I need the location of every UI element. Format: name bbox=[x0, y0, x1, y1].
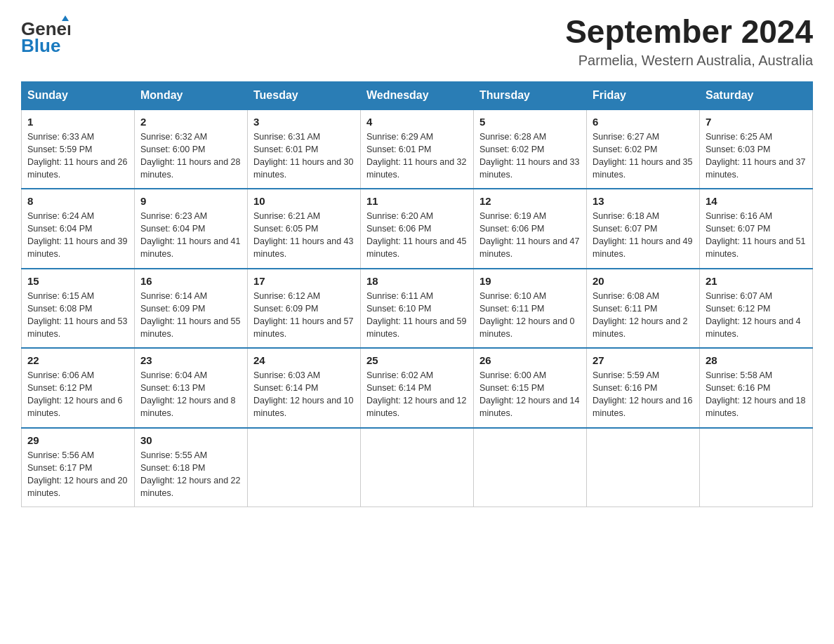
table-cell: 11 Sunrise: 6:20 AMSunset: 6:06 PMDaylig… bbox=[361, 189, 474, 269]
day-info: Sunrise: 5:58 AMSunset: 6:16 PMDaylight:… bbox=[706, 369, 807, 420]
day-info: Sunrise: 6:03 AMSunset: 6:14 PMDaylight:… bbox=[253, 369, 355, 420]
col-saturday: Saturday bbox=[700, 81, 813, 109]
day-number: 4 bbox=[366, 116, 468, 128]
week-row-2: 8 Sunrise: 6:24 AMSunset: 6:04 PMDayligh… bbox=[22, 189, 813, 269]
table-cell: 24 Sunrise: 6:03 AMSunset: 6:14 PMDaylig… bbox=[248, 348, 361, 428]
table-cell: 14 Sunrise: 6:16 AMSunset: 6:07 PMDaylig… bbox=[700, 189, 813, 269]
table-cell: 30 Sunrise: 5:55 AMSunset: 6:18 PMDaylig… bbox=[135, 428, 248, 507]
day-info: Sunrise: 6:32 AMSunset: 6:00 PMDaylight:… bbox=[140, 130, 241, 182]
table-cell: 22 Sunrise: 6:06 AMSunset: 6:12 PMDaylig… bbox=[22, 348, 135, 428]
table-cell: 2 Sunrise: 6:32 AMSunset: 6:00 PMDayligh… bbox=[135, 109, 248, 189]
table-cell: 15 Sunrise: 6:15 AMSunset: 6:08 PMDaylig… bbox=[22, 269, 135, 349]
day-info: Sunrise: 6:02 AMSunset: 6:14 PMDaylight:… bbox=[366, 369, 468, 420]
col-sunday: Sunday bbox=[22, 81, 135, 109]
day-number: 5 bbox=[479, 116, 581, 128]
day-number: 12 bbox=[479, 195, 581, 207]
day-info: Sunrise: 6:23 AMSunset: 6:04 PMDaylight:… bbox=[140, 210, 241, 261]
day-number: 20 bbox=[593, 275, 694, 287]
day-number: 21 bbox=[706, 275, 807, 287]
title-area: September 2024 Parmelia, Western Austral… bbox=[565, 14, 813, 69]
table-cell: 9 Sunrise: 6:23 AMSunset: 6:04 PMDayligh… bbox=[135, 189, 248, 269]
day-number: 1 bbox=[27, 116, 128, 128]
table-cell: 4 Sunrise: 6:29 AMSunset: 6:01 PMDayligh… bbox=[361, 109, 474, 189]
table-cell: 19 Sunrise: 6:10 AMSunset: 6:11 PMDaylig… bbox=[474, 269, 587, 349]
table-cell: 12 Sunrise: 6:19 AMSunset: 6:06 PMDaylig… bbox=[474, 189, 587, 269]
day-info: Sunrise: 6:20 AMSunset: 6:06 PMDaylight:… bbox=[366, 210, 468, 261]
day-number: 8 bbox=[27, 195, 128, 207]
day-info: Sunrise: 6:21 AMSunset: 6:05 PMDaylight:… bbox=[253, 210, 355, 261]
col-thursday: Thursday bbox=[474, 81, 587, 109]
table-cell: 23 Sunrise: 6:04 AMSunset: 6:13 PMDaylig… bbox=[135, 348, 248, 428]
day-number: 9 bbox=[140, 195, 241, 207]
table-cell bbox=[474, 428, 587, 507]
table-cell: 6 Sunrise: 6:27 AMSunset: 6:02 PMDayligh… bbox=[587, 109, 700, 189]
table-cell: 25 Sunrise: 6:02 AMSunset: 6:14 PMDaylig… bbox=[361, 348, 474, 428]
day-info: Sunrise: 6:11 AMSunset: 6:10 PMDaylight:… bbox=[366, 290, 468, 341]
table-cell: 13 Sunrise: 6:18 AMSunset: 6:07 PMDaylig… bbox=[587, 189, 700, 269]
table-cell: 21 Sunrise: 6:07 AMSunset: 6:12 PMDaylig… bbox=[700, 269, 813, 349]
table-cell bbox=[587, 428, 700, 507]
calendar-subtitle: Parmelia, Western Australia, Australia bbox=[565, 53, 813, 69]
day-number: 24 bbox=[253, 354, 355, 366]
table-cell: 1 Sunrise: 6:33 AMSunset: 5:59 PMDayligh… bbox=[22, 109, 135, 189]
day-number: 7 bbox=[706, 116, 807, 128]
table-cell: 17 Sunrise: 6:12 AMSunset: 6:09 PMDaylig… bbox=[248, 269, 361, 349]
table-cell: 20 Sunrise: 6:08 AMSunset: 6:11 PMDaylig… bbox=[587, 269, 700, 349]
week-row-1: 1 Sunrise: 6:33 AMSunset: 5:59 PMDayligh… bbox=[22, 109, 813, 189]
day-number: 22 bbox=[27, 354, 128, 366]
col-monday: Monday bbox=[135, 81, 248, 109]
day-number: 15 bbox=[27, 275, 128, 287]
day-number: 26 bbox=[479, 354, 581, 366]
day-number: 16 bbox=[140, 275, 241, 287]
day-number: 17 bbox=[253, 275, 355, 287]
logo-icon: General Blue bbox=[21, 14, 70, 56]
col-friday: Friday bbox=[587, 81, 700, 109]
table-cell bbox=[248, 428, 361, 507]
day-info: Sunrise: 6:19 AMSunset: 6:06 PMDaylight:… bbox=[479, 210, 581, 261]
day-info: Sunrise: 6:04 AMSunset: 6:13 PMDaylight:… bbox=[140, 369, 241, 420]
table-cell: 7 Sunrise: 6:25 AMSunset: 6:03 PMDayligh… bbox=[700, 109, 813, 189]
day-info: Sunrise: 6:12 AMSunset: 6:09 PMDaylight:… bbox=[253, 290, 355, 341]
day-number: 29 bbox=[27, 434, 128, 446]
day-info: Sunrise: 6:27 AMSunset: 6:02 PMDaylight:… bbox=[593, 130, 694, 182]
table-cell bbox=[700, 428, 813, 507]
day-number: 28 bbox=[706, 354, 807, 366]
day-info: Sunrise: 5:56 AMSunset: 6:17 PMDaylight:… bbox=[27, 449, 128, 500]
day-info: Sunrise: 6:08 AMSunset: 6:11 PMDaylight:… bbox=[593, 290, 694, 341]
table-cell bbox=[361, 428, 474, 507]
day-info: Sunrise: 5:59 AMSunset: 6:16 PMDaylight:… bbox=[593, 369, 694, 420]
day-info: Sunrise: 6:07 AMSunset: 6:12 PMDaylight:… bbox=[706, 290, 807, 341]
day-info: Sunrise: 6:33 AMSunset: 5:59 PMDaylight:… bbox=[27, 130, 128, 182]
day-number: 18 bbox=[366, 275, 468, 287]
header: General Blue September 2024 Parmelia, We… bbox=[21, 14, 813, 69]
day-number: 11 bbox=[366, 195, 468, 207]
day-info: Sunrise: 5:55 AMSunset: 6:18 PMDaylight:… bbox=[140, 449, 241, 500]
col-wednesday: Wednesday bbox=[361, 81, 474, 109]
day-number: 25 bbox=[366, 354, 468, 366]
day-number: 30 bbox=[140, 434, 241, 446]
table-cell: 18 Sunrise: 6:11 AMSunset: 6:10 PMDaylig… bbox=[361, 269, 474, 349]
day-info: Sunrise: 6:24 AMSunset: 6:04 PMDaylight:… bbox=[27, 210, 128, 261]
table-cell: 27 Sunrise: 5:59 AMSunset: 6:16 PMDaylig… bbox=[587, 348, 700, 428]
day-info: Sunrise: 6:16 AMSunset: 6:07 PMDaylight:… bbox=[706, 210, 807, 261]
day-info: Sunrise: 6:25 AMSunset: 6:03 PMDaylight:… bbox=[706, 130, 807, 182]
day-number: 13 bbox=[593, 195, 694, 207]
header-row: Sunday Monday Tuesday Wednesday Thursday… bbox=[22, 81, 813, 109]
calendar-title: September 2024 bbox=[565, 14, 813, 50]
week-row-3: 15 Sunrise: 6:15 AMSunset: 6:08 PMDaylig… bbox=[22, 269, 813, 349]
day-info: Sunrise: 6:31 AMSunset: 6:01 PMDaylight:… bbox=[253, 130, 355, 182]
table-cell: 3 Sunrise: 6:31 AMSunset: 6:01 PMDayligh… bbox=[248, 109, 361, 189]
day-number: 3 bbox=[253, 116, 355, 128]
day-info: Sunrise: 6:18 AMSunset: 6:07 PMDaylight:… bbox=[593, 210, 694, 261]
day-number: 23 bbox=[140, 354, 241, 366]
table-cell: 10 Sunrise: 6:21 AMSunset: 6:05 PMDaylig… bbox=[248, 189, 361, 269]
table-cell: 29 Sunrise: 5:56 AMSunset: 6:17 PMDaylig… bbox=[22, 428, 135, 507]
day-number: 2 bbox=[140, 116, 241, 128]
week-row-5: 29 Sunrise: 5:56 AMSunset: 6:17 PMDaylig… bbox=[22, 428, 813, 507]
day-info: Sunrise: 6:15 AMSunset: 6:08 PMDaylight:… bbox=[27, 290, 128, 341]
week-row-4: 22 Sunrise: 6:06 AMSunset: 6:12 PMDaylig… bbox=[22, 348, 813, 428]
day-number: 14 bbox=[706, 195, 807, 207]
day-info: Sunrise: 6:14 AMSunset: 6:09 PMDaylight:… bbox=[140, 290, 241, 341]
day-info: Sunrise: 6:00 AMSunset: 6:15 PMDaylight:… bbox=[479, 369, 581, 420]
day-number: 19 bbox=[479, 275, 581, 287]
